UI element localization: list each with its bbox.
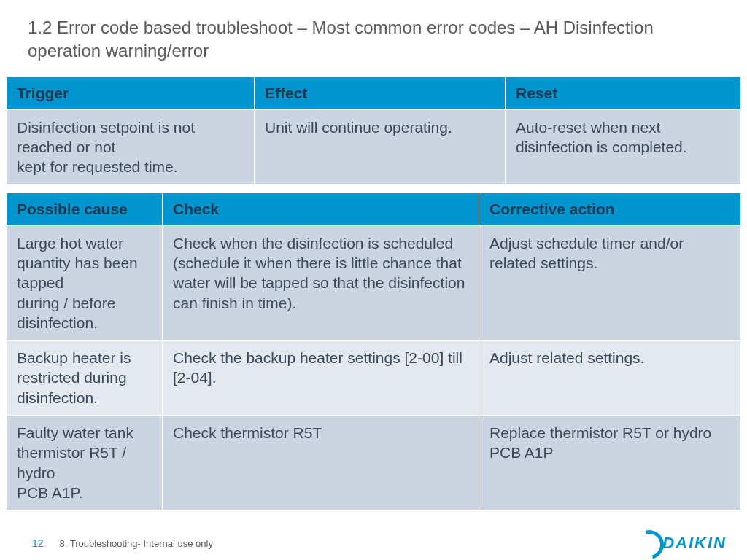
td-cause: Backup heater is restricted during disin… — [7, 341, 163, 416]
footer: 12 8. Troubleshooting- Internal use only… — [0, 534, 747, 553]
td-reset: Auto-reset when next disinfection is com… — [506, 109, 741, 184]
td-check: Check the backup heater settings [2-00] … — [163, 341, 479, 416]
td-action: Adjust related settings. — [479, 341, 741, 416]
th-reset: Reset — [506, 77, 741, 109]
daikin-logo-text: DAIKIN — [662, 534, 727, 553]
th-cause: Possible cause — [7, 192, 163, 225]
daikin-swoosh-icon — [635, 534, 659, 552]
th-effect: Effect — [255, 77, 506, 109]
table-header-row: Trigger Effect Reset — [7, 77, 741, 109]
th-action: Corrective action — [479, 192, 741, 225]
th-check: Check — [163, 192, 479, 225]
page-number: 12 — [32, 537, 44, 549]
table-header-row: Possible cause Check Corrective action — [7, 192, 741, 225]
td-check: Check when the disinfection is scheduled… — [163, 225, 479, 340]
table-row: Backup heater is restricted during disin… — [7, 341, 741, 416]
td-check: Check thermistor R5T — [163, 416, 479, 510]
cause-check-action-table: Possible cause Check Corrective action L… — [6, 192, 741, 511]
td-trigger: Disinfection setpoint is not reached or … — [7, 109, 255, 184]
content-area: Trigger Effect Reset Disinfection setpoi… — [0, 77, 747, 510]
page-title: 1.2 Error code based troubleshoot – Most… — [0, 0, 747, 77]
td-cause: Large hot water quantity has been tapped… — [7, 225, 163, 340]
table-row: Disinfection setpoint is not reached or … — [7, 109, 741, 184]
trigger-effect-reset-table: Trigger Effect Reset Disinfection setpoi… — [6, 77, 741, 185]
td-cause: Faulty water tank thermistor R5T / hydro… — [7, 416, 163, 510]
table-row: Large hot water quantity has been tapped… — [7, 225, 741, 340]
daikin-logo: DAIKIN — [635, 534, 727, 553]
td-action: Adjust schedule timer and/or related set… — [479, 225, 741, 340]
td-action: Replace thermistor R5T or hydro PCB A1P — [479, 416, 741, 510]
table-row: Faulty water tank thermistor R5T / hydro… — [7, 416, 741, 510]
footer-section-label: 8. Troubleshooting- Internal use only — [60, 538, 213, 549]
th-trigger: Trigger — [7, 77, 255, 109]
td-effect: Unit will continue operating. — [255, 109, 506, 184]
